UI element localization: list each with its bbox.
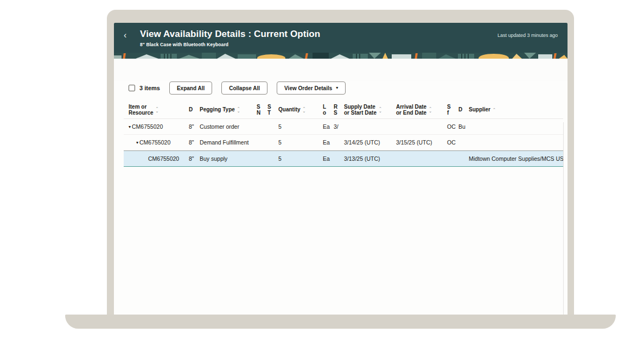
col-header-truncated-uom: Lo [323, 104, 334, 116]
col-header-truncated-d: D [189, 106, 200, 112]
pegging-type-cell: Demand Fulfillment [200, 139, 257, 146]
uom-cell: Ea [323, 123, 334, 130]
uom-cell: Ea [323, 155, 334, 162]
pegging-type-cell: Buy supply [200, 155, 257, 162]
arrival-date-cell: 3/15/25 (UTC) [396, 139, 447, 146]
last-updated-label: Last updated 3 minutes ago [498, 33, 558, 38]
col-header-arrival-date: Arrival Dateor End Date ⌃⌄ [396, 104, 447, 116]
description-cell: 8" [189, 123, 200, 130]
col-header-truncated-st: ST [267, 104, 278, 116]
expand-all-button[interactable]: Expand All [169, 81, 212, 95]
col-header-item-or-resource: Item orResource ⌃⌄ [124, 104, 189, 116]
select-all-checkbox[interactable] [129, 85, 135, 91]
title-block: View Availability Details : Current Opti… [140, 28, 498, 47]
sort-icon[interactable]: ⌃⌄ [379, 107, 382, 112]
supply-date-cell: 3/13/25 (UTC) [344, 155, 396, 162]
col-header-supplier: Supplier ⌃ [469, 106, 563, 112]
pegging-type-cell: Customer order [200, 123, 257, 130]
page: ‹ View Availability Details : Current Op… [0, 0, 644, 364]
back-icon[interactable]: ‹ [124, 30, 133, 40]
table-row[interactable]: ▾ CM6755020 8" Customer order 5 Ea 3/ OC [124, 119, 563, 135]
items-count-label: 3 items [139, 85, 160, 91]
col-header-truncated-sf: Sf [447, 104, 458, 116]
screen: ‹ View Availability Details : Current Op… [114, 23, 568, 318]
col-header-pegging-type: Pegging Type ⌃⌄ [200, 106, 257, 112]
table-row-selected[interactable]: CM6755020 8" Buy supply 5 Ea 3/13/25 (UT… [124, 150, 563, 167]
sort-icon[interactable]: ⌃⌄ [156, 107, 159, 112]
col-header-quantity: Quantity ⌃⌄ [278, 106, 323, 112]
laptop-screen-bezel: ‹ View Availability Details : Current Op… [107, 10, 574, 318]
chevron-down-icon: ▾ [336, 86, 338, 90]
item-cell: CM6755020 [139, 139, 170, 146]
sort-icon[interactable]: ⌃⌄ [237, 107, 240, 112]
supplier-cell: Midtown Computer Supplies/MCS US1 [469, 155, 563, 162]
table-right-divider [563, 122, 564, 318]
sort-icon[interactable]: ⌃⌄ [303, 107, 306, 112]
decorative-banner [114, 53, 568, 59]
app-header: ‹ View Availability Details : Current Op… [114, 23, 568, 53]
laptop-base [65, 315, 616, 329]
page-subtitle: 8" Black Case with Bluetooth Keyboard [140, 42, 498, 47]
view-order-details-button[interactable]: View Order Details ▾ [277, 81, 346, 95]
content-area: 3 items Expand All Collapse All View Ord… [114, 81, 568, 318]
view-order-details-label: View Order Details [284, 85, 332, 91]
item-cell: CM6755020 [148, 155, 179, 162]
uom-cell: Ea [323, 139, 334, 146]
row-expand-icon[interactable]: ▾ [136, 140, 138, 145]
col-header-truncated-d2: D [458, 106, 469, 112]
row-expand-icon[interactable]: ▾ [129, 124, 131, 129]
item-cell: CM6755020 [132, 123, 163, 130]
table-row[interactable]: ▾ CM6755020 8" Demand Fulfillment 5 Ea 3… [124, 135, 563, 150]
col-header-supply-date: Supply Dateor Start Date ⌃⌄ [344, 104, 396, 116]
sort-ascending-icon[interactable]: ⌃ [493, 108, 496, 111]
col-header-truncated-rs: RS [334, 104, 344, 116]
col-header-truncated-sn: SN [257, 104, 267, 116]
description-cell: 8" [189, 155, 200, 162]
collapse-all-button[interactable]: Collapse All [221, 81, 267, 95]
availability-table: Item orResource ⌃⌄ D Pegging Type ⌃⌄ SN [124, 101, 563, 167]
toolbar: 3 items Expand All Collapse All View Ord… [129, 81, 568, 95]
page-title: View Availability Details : Current Opti… [140, 28, 498, 40]
quantity-cell: 5 [278, 123, 323, 130]
quantity-cell: 5 [278, 155, 323, 162]
sort-icon[interactable]: ⌃⌄ [429, 107, 432, 112]
quantity-cell: 5 [278, 139, 323, 146]
supply-date-cell: 3/14/25 (UTC) [344, 139, 396, 146]
description-cell: 8" [189, 139, 200, 146]
table-header-row: Item orResource ⌃⌄ D Pegging Type ⌃⌄ SN [124, 101, 563, 119]
